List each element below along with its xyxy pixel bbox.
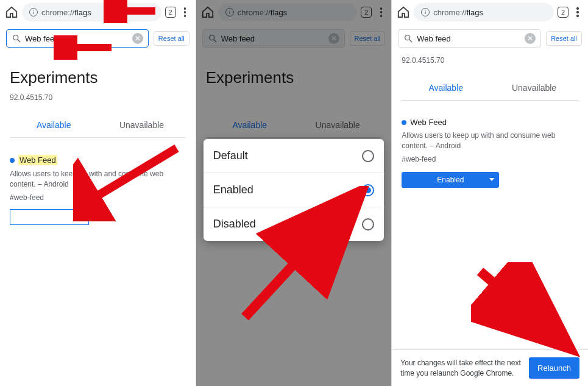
- url-text: chrome://flags: [433, 8, 483, 17]
- version-text: 92.0.4515.70: [10, 93, 186, 102]
- search-flags-input[interactable]: [25, 34, 129, 43]
- flag-tag: #web-feed: [10, 193, 186, 202]
- home-icon[interactable]: [397, 5, 410, 19]
- flag-indicator-dot: [402, 120, 406, 125]
- relaunch-button[interactable]: Relaunch: [529, 357, 579, 379]
- search-flags-input-wrapper: ✕: [6, 29, 149, 48]
- svg-line-1: [18, 40, 20, 42]
- tabs-bar: Available Unavailable: [402, 76, 578, 101]
- flag-title: Web Feed: [18, 155, 57, 165]
- option-label: Default: [213, 149, 248, 162]
- flag-description: Allows users to keep up with and consume…: [10, 169, 186, 190]
- search-icon: [403, 34, 413, 43]
- tabs-bar: Available Unavailable: [10, 113, 186, 138]
- tab-available[interactable]: Available: [402, 76, 490, 100]
- page-title: Experiments: [10, 68, 186, 87]
- option-label: Enabled: [213, 184, 253, 196]
- home-icon[interactable]: [5, 5, 18, 19]
- tab-unavailable[interactable]: Unavailable: [97, 113, 185, 137]
- svg-point-0: [13, 35, 18, 40]
- flag-title: Web Feed: [410, 118, 447, 127]
- flag-options-popup: Default Enabled Disabled: [204, 139, 384, 241]
- panel-step2: i chrome://flags 2 ✕ Reset all Experimen…: [196, 0, 392, 386]
- reset-all-button[interactable]: Reset all: [154, 31, 190, 46]
- panel-step3: i chrome://flags 2 ✕ Reset all 92.0.4515…: [392, 0, 588, 386]
- svg-line-9: [409, 40, 412, 42]
- info-icon: i: [421, 8, 430, 16]
- tab-unavailable[interactable]: Unavailable: [490, 76, 578, 100]
- flag-indicator-dot: [10, 158, 15, 163]
- relaunch-message: Your changes will take effect the next t…: [400, 358, 523, 379]
- info-icon: i: [29, 8, 38, 16]
- flag-item: Web Feed Allows users to keep up with an…: [10, 155, 186, 225]
- flag-item: Web Feed Allows users to keep up with an…: [402, 118, 578, 188]
- reset-all-button[interactable]: Reset all: [546, 31, 582, 46]
- browser-toolbar: i chrome://flags 2: [0, 0, 196, 24]
- option-label: Disabled: [213, 218, 256, 231]
- tab-available[interactable]: Available: [10, 113, 97, 137]
- option-enabled[interactable]: Enabled: [204, 173, 384, 207]
- search-icon: [12, 34, 21, 43]
- radio-icon-checked: [362, 184, 374, 196]
- omnibox[interactable]: i chrome://flags: [414, 3, 554, 21]
- relaunch-bar: Your changes will take effect the next t…: [392, 349, 588, 386]
- option-default[interactable]: Default: [204, 139, 384, 173]
- search-flags-input[interactable]: [417, 34, 521, 43]
- dropdown-value: Enabled: [437, 176, 464, 184]
- tabs-button[interactable]: 2: [558, 7, 569, 18]
- more-menu-icon[interactable]: [180, 7, 191, 17]
- option-disabled[interactable]: Disabled: [204, 207, 384, 241]
- clear-search-icon[interactable]: ✕: [132, 33, 143, 44]
- panel-step1: i chrome://flags 2 ✕ Reset all Experimen…: [0, 0, 196, 386]
- radio-icon: [362, 218, 374, 231]
- svg-point-8: [405, 35, 410, 40]
- search-flags-input-wrapper: ✕: [398, 29, 541, 48]
- flag-dropdown[interactable]: [10, 209, 89, 225]
- radio-icon: [362, 150, 374, 162]
- flag-tag: #web-feed: [402, 155, 578, 163]
- version-text: 92.0.4515.70: [402, 56, 578, 65]
- tabs-button[interactable]: 2: [165, 7, 176, 18]
- clear-search-icon[interactable]: ✕: [525, 33, 536, 44]
- browser-toolbar: i chrome://flags 2: [392, 0, 588, 24]
- flag-dropdown-enabled[interactable]: Enabled: [402, 172, 499, 188]
- omnibox[interactable]: i chrome://flags: [22, 3, 161, 21]
- more-menu-icon[interactable]: [572, 7, 583, 17]
- url-text: chrome://flags: [41, 8, 91, 17]
- flag-description: Allows users to keep up with and consume…: [402, 130, 578, 151]
